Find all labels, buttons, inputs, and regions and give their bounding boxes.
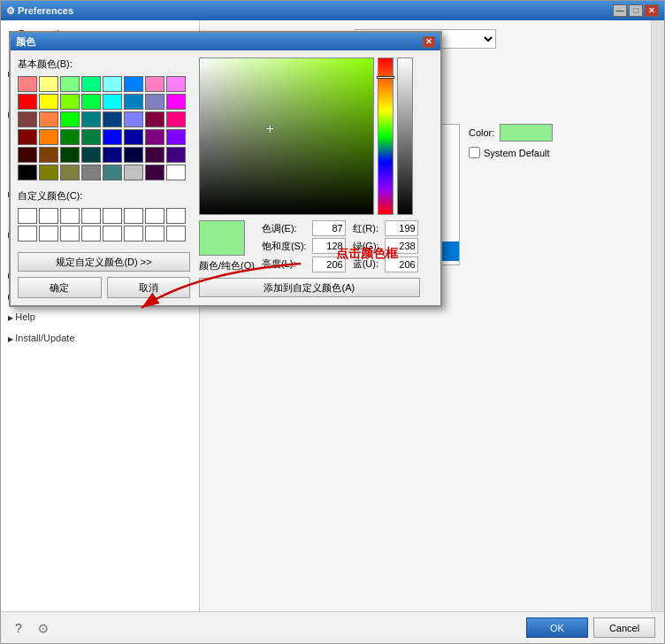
basic-color-cell[interactable] — [145, 129, 164, 145]
dialog-cancel-button[interactable]: 取消 — [107, 277, 191, 298]
custom-color-cell[interactable] — [166, 226, 186, 242]
basic-color-cell[interactable] — [166, 165, 186, 180]
basic-color-cell[interactable] — [39, 147, 58, 163]
basic-color-cell[interactable] — [166, 111, 186, 127]
sat-label: 饱和度(S): — [262, 240, 307, 253]
basic-color-cell[interactable] — [145, 94, 164, 110]
scrollbar[interactable] — [651, 20, 664, 611]
lum-input[interactable] — [312, 257, 346, 272]
minimize-button[interactable]: — — [613, 4, 627, 17]
basic-color-cell[interactable] — [124, 94, 143, 110]
color-patch-label: 颜色/纯色(O) — [199, 259, 255, 272]
basic-color-cell[interactable] — [60, 76, 80, 92]
basic-color-cell[interactable] — [39, 111, 58, 127]
custom-color-cell[interactable] — [81, 226, 101, 242]
custom-color-cell[interactable] — [124, 226, 143, 242]
basic-color-cell[interactable] — [145, 111, 164, 127]
basic-color-cell[interactable] — [18, 165, 37, 180]
basic-color-cell[interactable] — [18, 111, 37, 127]
basic-color-cell[interactable] — [81, 165, 101, 180]
basic-color-cell[interactable] — [103, 111, 122, 127]
custom-color-cell[interactable] — [145, 226, 164, 242]
add-to-custom-button[interactable]: 添加到自定义颜色(A) — [199, 278, 420, 297]
define-custom-button[interactable]: 规定自定义颜色(D) >> — [18, 252, 190, 272]
basic-color-cell[interactable] — [60, 111, 80, 127]
basic-color-cell[interactable] — [81, 76, 101, 92]
basic-color-cell[interactable] — [81, 111, 101, 127]
custom-color-cell[interactable] — [103, 208, 122, 224]
cancel-button[interactable]: Cancel — [593, 617, 655, 638]
custom-color-cell[interactable] — [60, 226, 80, 242]
basic-color-cell[interactable] — [124, 129, 143, 145]
custom-color-cell[interactable] — [145, 208, 164, 224]
basic-color-cell[interactable] — [60, 147, 80, 163]
system-default-checkbox[interactable] — [469, 147, 480, 158]
basic-color-cell[interactable] — [145, 165, 164, 180]
blue-input[interactable] — [385, 257, 418, 272]
brightness-slider[interactable] — [397, 58, 413, 215]
hue-input[interactable] — [312, 220, 346, 236]
basic-color-cell[interactable] — [124, 76, 143, 92]
basic-color-cell[interactable] — [166, 129, 186, 145]
basic-color-cell[interactable] — [166, 147, 186, 163]
green-input[interactable] — [385, 238, 418, 254]
custom-colors-label: 自定义颜色(C): — [18, 189, 190, 203]
ok-button[interactable]: OK — [526, 617, 588, 638]
basic-color-cell[interactable] — [103, 129, 122, 145]
basic-color-cell[interactable] — [103, 147, 122, 163]
preferences-title-bar: ⚙ Preferences — □ ✕ — [1, 1, 664, 20]
basic-color-cell[interactable] — [39, 94, 58, 110]
basic-color-cell[interactable] — [166, 94, 186, 110]
basic-color-cell[interactable] — [39, 76, 58, 92]
custom-color-cell[interactable] — [18, 208, 37, 224]
basic-color-cell[interactable] — [60, 94, 80, 110]
basic-color-cell[interactable] — [18, 94, 37, 110]
basic-color-cell[interactable] — [81, 94, 101, 110]
custom-color-cell[interactable] — [103, 226, 122, 242]
custom-color-cell[interactable] — [18, 226, 37, 242]
basic-color-cell[interactable] — [81, 147, 101, 163]
color-swatch[interactable] — [500, 124, 553, 142]
basic-color-cell[interactable] — [60, 129, 80, 145]
basic-color-cell[interactable] — [39, 165, 58, 180]
basic-color-cell[interactable] — [18, 147, 37, 163]
custom-color-cell[interactable] — [39, 226, 58, 242]
blue-label: 蓝(U): — [353, 257, 379, 271]
sat-input[interactable] — [312, 238, 346, 254]
basic-colors-label: 基本颜色(B): — [18, 58, 190, 71]
basic-color-cell[interactable] — [81, 129, 101, 145]
color-dialog-title-bar: 颜色 ✕ — [11, 33, 440, 50]
basic-color-cell[interactable] — [103, 165, 122, 180]
basic-color-cell[interactable] — [39, 129, 58, 145]
basic-color-cell[interactable] — [60, 165, 80, 180]
basic-color-cell[interactable] — [145, 147, 164, 163]
custom-color-cell[interactable] — [60, 208, 80, 224]
basic-color-cell[interactable] — [166, 76, 186, 92]
dialog-ok-button[interactable]: 确定 — [18, 277, 102, 298]
help-icon[interactable]: ? — [10, 619, 27, 637]
custom-color-cell[interactable] — [81, 208, 101, 224]
custom-color-cell[interactable] — [39, 208, 58, 224]
sidebar-item-help[interactable]: Help — [1, 307, 199, 328]
basic-color-cell[interactable] — [124, 147, 143, 163]
sidebar-item-install-update[interactable]: Install/Update — [1, 328, 199, 349]
close-button[interactable]: ✕ — [645, 4, 659, 17]
footer-left-icons: ? ⊙ — [10, 619, 52, 637]
basic-color-cell[interactable] — [103, 76, 122, 92]
custom-color-cell[interactable] — [124, 208, 143, 224]
basic-color-cell[interactable] — [103, 94, 122, 110]
red-input[interactable] — [385, 220, 418, 236]
color-dialog-close-btn[interactable]: ✕ — [423, 36, 435, 48]
custom-color-cell[interactable] — [166, 208, 186, 224]
basic-color-cell[interactable] — [18, 76, 37, 92]
hue-slider[interactable] — [378, 58, 394, 215]
color-preview-section: 颜色/纯色(O) — [199, 220, 255, 272]
basic-color-cell[interactable] — [145, 76, 164, 92]
basic-color-cell[interactable] — [124, 111, 143, 127]
basic-color-cell[interactable] — [18, 129, 37, 145]
basic-color-cell[interactable] — [124, 165, 143, 180]
color-dialog-title: 颜色 — [16, 35, 35, 49]
spectrum-2d[interactable] — [199, 58, 374, 215]
maximize-button[interactable]: □ — [629, 4, 643, 17]
restore-icon[interactable]: ⊙ — [34, 619, 52, 637]
